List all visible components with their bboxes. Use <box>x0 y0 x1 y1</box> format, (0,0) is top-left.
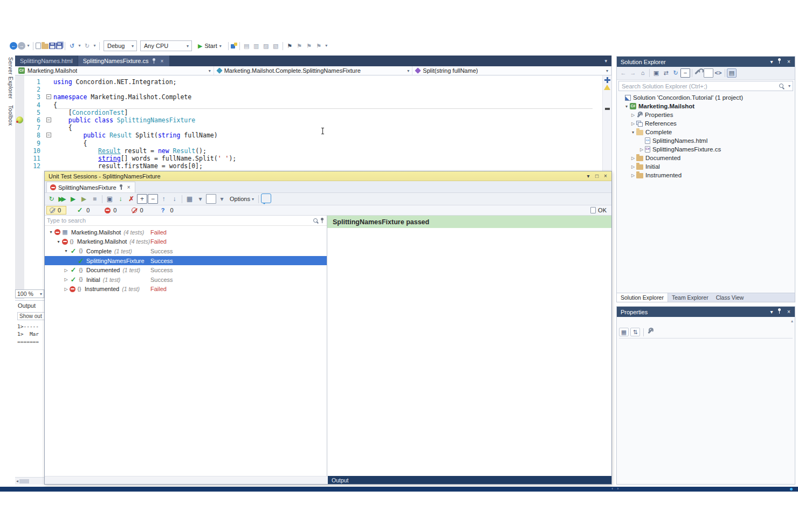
collapse-all-icon[interactable]: − <box>148 194 158 204</box>
properties-titlebar[interactable]: Properties ▾× <box>617 307 795 317</box>
taskbar-notification-icon[interactable] <box>790 488 793 490</box>
split-grip-icon[interactable] <box>604 77 610 83</box>
bookmark-toggle-icon[interactable]: ⚑ <box>285 42 294 51</box>
tab-overflow-caret[interactable]: ▾ <box>604 58 611 64</box>
se-code-icon[interactable]: <> <box>713 68 723 78</box>
append-tests-icon[interactable]: ↓ <box>115 194 126 204</box>
output-source-selector[interactable]: Show out <box>17 312 44 320</box>
export-results-icon[interactable] <box>206 194 216 204</box>
counter-failed-tests[interactable]: 0 <box>101 206 122 215</box>
se-preview-icon[interactable]: ▤ <box>727 68 737 78</box>
run-all-icon[interactable]: ▶▶ <box>57 194 67 204</box>
panel-tab-class-view[interactable]: Class View <box>712 293 748 302</box>
expander-icon[interactable]: ▾ <box>47 230 54 234</box>
nav-forward-icon[interactable]: → <box>18 42 25 50</box>
output-tab-strip[interactable]: Output <box>328 476 611 484</box>
prev-test-icon[interactable]: ↑ <box>159 194 169 204</box>
win-caret-icon[interactable]: ▾ <box>584 172 592 179</box>
fold-toggle[interactable]: − <box>46 94 51 99</box>
scroll-up-icon[interactable]: ▴ <box>791 319 793 323</box>
member-dropdown[interactable]: Split(string fullName) ▾ <box>412 66 611 75</box>
win-caret-icon[interactable]: ▾ <box>768 58 775 65</box>
se-forward-icon[interactable]: → <box>628 68 638 78</box>
bookmark-prev-icon[interactable]: ⚑ <box>295 42 304 51</box>
solution-tree-row-initial[interactable]: ▷Initial <box>617 162 795 171</box>
class-shape-icon[interactable] <box>216 67 222 73</box>
solution-tree-row-splittingnamesfixture-cs[interactable]: ▷C#SplittingNamesFixture.cs <box>617 145 795 154</box>
solution-search-input[interactable] <box>618 81 793 91</box>
se-scope-icon[interactable]: ▣ <box>651 68 661 78</box>
close-icon[interactable]: × <box>159 58 164 64</box>
expander-icon[interactable]: ▷ <box>630 121 636 126</box>
next-test-icon[interactable]: ↓ <box>169 194 180 204</box>
se-back-icon[interactable]: ← <box>618 68 628 78</box>
profile-test-icon[interactable]: ▶ <box>79 194 89 204</box>
tree-scrollbar-area[interactable] <box>45 476 328 484</box>
status-page-icon[interactable] <box>590 207 596 213</box>
expander-icon[interactable]: ▷ <box>638 147 645 152</box>
expander-icon[interactable]: ▾ <box>63 248 70 253</box>
new-file-icon[interactable] <box>36 43 41 49</box>
dock-tab-toolbox[interactable]: Toolbox <box>2 105 14 126</box>
expander-icon[interactable]: ▷ <box>630 173 636 178</box>
indicator-margin[interactable] <box>15 75 24 299</box>
toolbar-overflow-icon[interactable]: ▾ <box>324 42 329 51</box>
zoom-control[interactable]: 100 % ▾ <box>15 289 44 298</box>
close-icon[interactable]: × <box>126 184 132 190</box>
indent-decrease-icon[interactable]: ▤ <box>242 42 251 51</box>
debug-configuration-selector[interactable]: Debug ▾ <box>104 40 137 51</box>
solution-tree-row-documented[interactable]: ▷Documented <box>617 154 795 162</box>
nav-back-icon[interactable]: ← <box>10 42 17 50</box>
solution-tree-row-references[interactable]: ▷References <box>617 119 795 128</box>
run-selected-icon[interactable]: ▶ <box>68 194 78 204</box>
expander-icon[interactable]: ▾ <box>55 239 62 244</box>
bookmark-next-icon[interactable]: ⚑ <box>305 42 314 51</box>
win-pin-icon[interactable] <box>776 58 784 65</box>
export-caret-icon[interactable]: ▾ <box>217 194 227 204</box>
dock-tab-server-explorer[interactable]: Server Explorer <box>2 57 14 99</box>
pin-icon[interactable] <box>151 58 156 64</box>
save-all-icon[interactable] <box>56 43 63 49</box>
solution-tree-row-marketing-mailshot[interactable]: ▾C#Marketing.Mailshot <box>617 102 795 110</box>
test-tree-row[interactable]: ▷✓{}Documented(1 test)Success <box>45 265 327 275</box>
counter-all-tests[interactable]: 0 <box>46 206 66 215</box>
csproj-icon[interactable]: C# <box>18 67 25 74</box>
expander-icon[interactable]: ▷ <box>630 164 636 169</box>
test-tree-row[interactable]: ▾▦Marketing.Mailshot(4 tests)Failed <box>45 227 327 237</box>
expander-icon[interactable]: ▾ <box>630 130 636 135</box>
options-button[interactable]: Options ▾ <box>227 196 257 202</box>
uncomment-icon[interactable]: ▧ <box>271 42 280 51</box>
expander-icon[interactable]: ▷ <box>630 113 636 118</box>
comment-icon[interactable]: ▨ <box>262 42 271 51</box>
se-refresh-icon[interactable]: ↻ <box>671 68 680 78</box>
prop-alphabetical-icon[interactable]: ⇅ <box>630 328 640 336</box>
panel-tab-team-explorer[interactable]: Team Explorer <box>668 293 712 302</box>
se-collapse-icon[interactable]: − <box>680 68 690 78</box>
feedback-icon[interactable] <box>261 194 271 203</box>
attach-icon[interactable] <box>231 43 237 49</box>
se-files-icon[interactable] <box>704 68 713 78</box>
expander-icon[interactable]: ▷ <box>63 277 70 282</box>
start-debugging-button[interactable]: ▶ Start ▾ <box>194 43 225 50</box>
bookmark-clear-icon[interactable]: ⚑ <box>314 42 324 51</box>
fold-toggle[interactable]: − <box>46 118 51 122</box>
win-pin-icon[interactable] <box>776 308 784 315</box>
solution-explorer-titlebar[interactable]: Solution Explorer ▾× <box>617 57 795 67</box>
scroll-left-icon[interactable]: ◂ <box>15 479 19 483</box>
session-tab[interactable]: SplittingNamesFixture × <box>46 182 135 192</box>
win-caret-icon[interactable]: ▾ <box>768 308 775 315</box>
open-file-icon[interactable] <box>42 44 49 49</box>
scrollbar-thumb[interactable] <box>19 479 29 483</box>
type-dropdown[interactable]: Marketing.Mailshot.Complete.SplittingNam… <box>214 66 413 75</box>
win-max-icon[interactable]: □ <box>593 172 601 179</box>
test-tree-row[interactable]: ▾{}Marketing.Mailshot(4 tests)Failed <box>45 237 327 247</box>
remove-tests-icon[interactable]: ✗ <box>126 194 136 204</box>
nav-caret-icon[interactable]: ▾ <box>26 42 31 51</box>
test-tree-row[interactable]: ▷✓{}Initial(1 test)Success <box>45 275 327 285</box>
expander-icon[interactable]: ▷ <box>63 268 70 273</box>
panel-tab-solution-explorer[interactable]: Solution Explorer <box>617 293 668 302</box>
unit-test-sessions-titlebar[interactable]: Unit Test Sessions - SplittingNamesFixtu… <box>45 171 611 181</box>
windows-taskbar[interactable]: ‹ › <box>0 487 798 492</box>
prop-categorized-icon[interactable]: ▦ <box>619 328 629 336</box>
repeat-run-icon[interactable]: ↻ <box>46 194 57 204</box>
